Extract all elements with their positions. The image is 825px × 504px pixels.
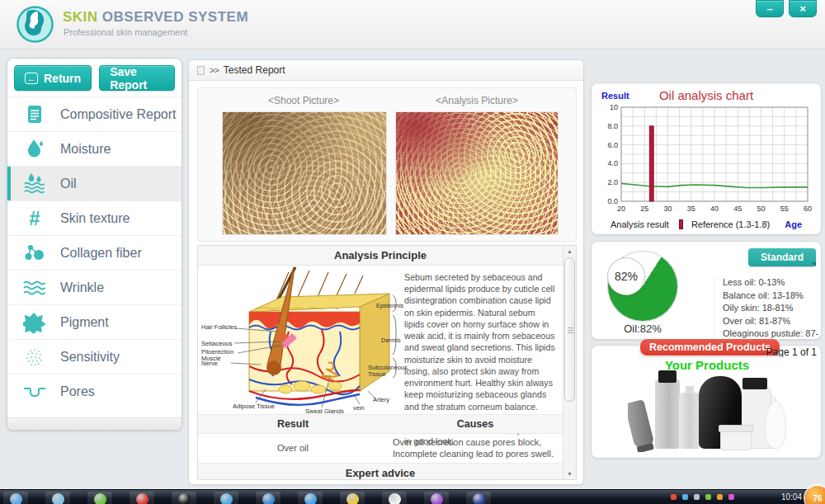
taskbar-yellow-app-icon[interactable] — [340, 492, 365, 504]
diagram-label-epidermis: Epidermis — [376, 302, 403, 309]
taskbar-purple-app-icon[interactable] — [424, 492, 449, 504]
sidebar-item-label: Wrinkle — [60, 280, 104, 295]
taskbar-start-orb-glyph — [10, 493, 22, 504]
diagram-label-hair-follicles: Hair Follicles — [201, 323, 237, 331]
analysis-picture-label: <Analysis Picture> — [394, 95, 559, 106]
diagram-label-adipose-tissue: Adipose Tissue — [233, 403, 275, 410]
tab-tested-report[interactable]: Tested Report — [224, 64, 285, 76]
analysis-box: Analysis Principle — [197, 245, 577, 480]
tray-network-icon[interactable] — [682, 494, 688, 500]
tray-orange-icon[interactable] — [717, 494, 723, 500]
scroll-down-arrow[interactable]: ▼ — [563, 471, 576, 477]
diagram-label-sebaceous: Sebaceous — [201, 340, 233, 347]
svg-text:30: 30 — [663, 205, 672, 213]
diagram-label-artery: Artery — [373, 396, 389, 403]
product-bottle — [679, 393, 700, 449]
svg-text:45: 45 — [733, 205, 742, 213]
vertical-scrollbar[interactable]: ▲ ▼ — [563, 246, 576, 479]
svg-text:25: 25 — [640, 205, 648, 213]
sidebar-item-label: Pigment — [60, 315, 109, 330]
save-report-label: Save Report — [110, 65, 164, 92]
taskbar-blue-swoosh-icon[interactable] — [298, 492, 323, 504]
taskbar-document-app-icon[interactable] — [382, 492, 407, 504]
tray-green-icon[interactable] — [705, 494, 711, 500]
sidebar-item-pigment[interactable]: Pigment — [7, 304, 182, 339]
tray-flag-icon[interactable] — [671, 494, 676, 500]
taskbar-chat-app-icon[interactable] — [214, 492, 238, 504]
droplet-icon — [21, 137, 48, 162]
sidebar-footer — [7, 417, 182, 430]
products-image: Your Products — [628, 357, 786, 452]
close-button[interactable]: × — [789, 0, 817, 17]
product-bottle-cap — [658, 370, 676, 383]
taskbar-black-app-icon[interactable] — [172, 492, 196, 504]
donut-caption: Oil:82% — [598, 323, 687, 335]
recommended-products-card: Recommended Products Page 1 of 1 Your Pr… — [591, 345, 822, 459]
product-bottle-cap — [742, 378, 767, 389]
save-report-button[interactable]: Save Report — [99, 65, 175, 91]
app-logo-face-icon — [16, 6, 54, 43]
taskbar-browser-icon[interactable] — [45, 492, 70, 504]
return-arrow-icon: ← — [25, 73, 38, 84]
taskbar-start-orb[interactable] — [3, 492, 28, 504]
svg-text:50: 50 — [757, 205, 765, 213]
svg-text:40: 40 — [710, 205, 719, 213]
donut-center-value: 82% — [608, 258, 644, 294]
performance-meter-badge[interactable]: 76 — [805, 486, 825, 504]
shoot-picture-label: <Shoot Picture> — [221, 95, 386, 106]
causes-cell: Over oil secretion cause pores block, In… — [388, 434, 563, 463]
return-button[interactable]: ← Return — [14, 65, 92, 91]
page-indicator: Page 1 of 1 — [766, 346, 817, 358]
taskbar-red-app-icon[interactable] — [130, 492, 154, 504]
taskbar-document-app-icon-glyph — [389, 493, 401, 504]
minimize-button[interactable]: – — [756, 0, 784, 17]
sidebar-item-skin-texture[interactable]: # Skin texture — [7, 200, 182, 235]
taskbar-chat-app-icon-glyph — [220, 493, 233, 504]
diagram-label-vein: vein — [353, 404, 365, 412]
sidebar-item-sensitivity[interactable]: Sensitivity — [7, 339, 182, 374]
svg-text:60: 60 — [804, 205, 812, 213]
sidebar-menu: Compositive Report Moisture Oil # Skin t… — [7, 97, 182, 408]
brand-secondary: OBSERVED SYSTEM — [102, 9, 248, 25]
taskbar-navy-app-icon[interactable] — [466, 492, 491, 504]
sidebar-item-collagen-fiber[interactable]: Collagen fiber — [7, 235, 182, 270]
sidebar-item-wrinkle[interactable]: Wrinkle — [7, 270, 182, 304]
product-tube — [628, 399, 654, 449]
analysis-principle-text: Sebum secreted by sebaceous and epiderma… — [404, 266, 563, 414]
svg-text:8.0: 8.0 — [607, 122, 618, 130]
scroll-up-arrow[interactable]: ▲ — [563, 248, 576, 254]
standard-badge: Standard — [748, 248, 816, 266]
dots-cluster-icon — [21, 345, 48, 370]
taskbar-red-app-icon-glyph — [136, 493, 148, 504]
sidebar-item-moisture[interactable]: Moisture — [7, 131, 182, 166]
brand-primary: SKIN — [63, 9, 98, 25]
taskbar-clock[interactable]: 10:04 — [781, 492, 802, 502]
diagram-label-dermis: Dermis — [381, 337, 401, 344]
table-row: Over oil Over oil secretion cause pores … — [198, 434, 563, 464]
tray-volume-icon[interactable] — [694, 494, 700, 500]
taskbar-green-app-icon[interactable] — [87, 492, 112, 504]
result-column-header: Result — [198, 415, 388, 434]
sidebar-item-compositive-report[interactable]: Compositive Report — [7, 97, 182, 131]
svg-text:10: 10 — [610, 104, 618, 111]
app-header: SKIN OBSERVED SYSTEM Professional skin m… — [0, 0, 825, 49]
svg-text:2.0: 2.0 — [607, 178, 618, 186]
taskbar-qq-app-icon-glyph — [262, 493, 275, 504]
pictures-card: <Shoot Picture> <Analysis Picture> — [197, 87, 577, 242]
standard-item: Balance oil: 13-18% — [723, 290, 821, 303]
product-bottle — [765, 401, 786, 449]
scrollbar-thumb[interactable] — [564, 257, 575, 402]
return-button-label: Return — [44, 72, 81, 85]
sidebar-item-pores[interactable]: Pores — [7, 374, 182, 408]
sidebar-item-oil[interactable]: Oil — [7, 166, 182, 200]
chart-x-axis-label: Age — [785, 219, 802, 229]
taskbar-black-app-icon-glyph — [178, 493, 191, 504]
main-panel: >> Tested Report <Shoot Picture> <Analys… — [188, 59, 584, 485]
tray-pink-icon[interactable] — [728, 494, 734, 500]
result-panel-card: 82% Oil:82% Standard Less oil: 0-13% Bal… — [591, 241, 822, 340]
molecule-icon — [21, 241, 48, 266]
waves-icon — [21, 276, 48, 300]
taskbar-qq-app-icon[interactable] — [256, 492, 280, 504]
product-jar — [720, 431, 752, 450]
oil-analysis-chart: 0.02.04.06.08.010202530354045505560 — [598, 104, 816, 214]
